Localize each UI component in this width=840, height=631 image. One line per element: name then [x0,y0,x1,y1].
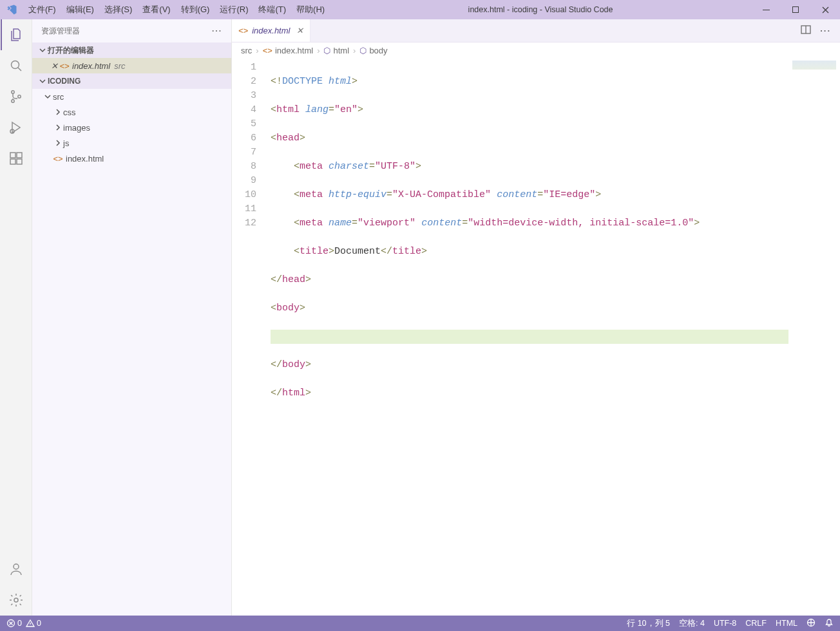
activity-settings-icon[interactable] [1,585,32,616]
svg-rect-0 [763,10,770,10]
menu-edit[interactable]: 编辑(E) [61,0,99,19]
menu-run[interactable]: 运行(R) [215,0,253,19]
svg-rect-7 [10,153,15,158]
crumb-body[interactable]: ⬡body [359,46,387,55]
sidebar-more-icon[interactable]: ··· [212,26,222,35]
editor-more-icon[interactable]: ··· [820,26,831,35]
svg-point-2 [11,61,19,69]
open-editors-label: 打开的编辑器 [48,45,94,56]
html-file-icon: <> [59,61,70,71]
activity-account-icon[interactable] [1,554,32,585]
chevron-right-icon [53,139,63,147]
svg-point-4 [11,100,14,102]
editor-area: <> index.html ✕ ··· src › <>index.html ›… [232,19,840,616]
chevron-right-icon [53,124,63,131]
svg-point-12 [14,598,18,602]
status-eol[interactable]: CRLF [745,619,767,628]
tab-label: index.html [252,26,290,35]
breadcrumbs[interactable]: src › <>index.html › ⬡html › ⬡body [232,42,840,58]
crumb-html[interactable]: ⬡html [323,46,349,55]
sidebar-title: 资源管理器 [41,26,80,37]
crumb-file[interactable]: <>index.html [263,46,313,55]
html-file-icon: <> [263,46,272,55]
line-number-gutter: 123456789101112 [232,58,271,616]
workspace-label: ICODING [48,77,81,86]
svg-rect-10 [17,153,22,158]
window-close-button[interactable] [810,0,840,19]
chevron-down-icon [37,46,48,54]
explorer-sidebar: 资源管理器 ··· 打开的编辑器 ✕ <> index.html src ICO… [32,19,232,616]
status-feedback-icon[interactable] [807,618,816,629]
menu-goto[interactable]: 转到(G) [176,0,215,19]
tab-index-html[interactable]: <> index.html ✕ [232,19,310,42]
activity-search-icon[interactable] [1,50,32,81]
menu-terminal[interactable]: 终端(T) [253,0,291,19]
status-line-col[interactable]: 行 10，列 5 [627,618,670,629]
status-bell-icon[interactable] [825,618,834,629]
split-editor-icon[interactable] [801,24,811,37]
tree-folder-images[interactable]: images [32,120,231,135]
open-editor-file[interactable]: ✕ <> index.html src [32,58,231,73]
svg-rect-8 [10,159,15,164]
tree-folder-src[interactable]: src [32,89,231,104]
tree-folder-css[interactable]: css [32,104,231,120]
status-warnings[interactable]: 0 [26,619,41,628]
status-errors[interactable]: 0 [6,619,22,628]
tabs-bar: <> index.html ✕ ··· [232,19,840,42]
window-minimize-button[interactable] [751,0,781,19]
close-editor-icon[interactable]: ✕ [49,61,59,71]
workspace-section[interactable]: ICODING [32,73,231,89]
folder-label: js [63,138,69,148]
open-file-path: src [114,61,125,71]
activity-explorer-icon[interactable] [1,19,32,50]
html-file-icon: <> [238,26,248,35]
chevron-down-icon [37,77,48,85]
activity-source-control-icon[interactable] [1,81,32,112]
svg-rect-1 [792,6,798,12]
status-bar: 0 0 行 10，列 5 空格: 4 UTF-8 CRLF HTML [0,616,840,631]
crumb-folder[interactable]: src [241,46,252,55]
menu-bar: 文件(F) 编辑(E) 选择(S) 查看(V) 转到(G) 运行(R) 终端(T… [23,0,330,19]
html-file-icon: <> [53,154,63,164]
code-editor[interactable]: <!DOCTYPE html> <html lang="en"> <head> … [271,58,788,616]
svg-rect-9 [17,159,22,164]
status-encoding[interactable]: UTF-8 [714,619,736,628]
open-editors-section[interactable]: 打开的编辑器 [32,42,231,58]
window-title: index.html - icoding - Visual Studio Cod… [330,5,751,14]
tree-file-index[interactable]: <> index.html [32,151,231,166]
title-bar: 文件(F) 编辑(E) 选择(S) 查看(V) 转到(G) 运行(R) 终端(T… [0,0,840,19]
close-tab-icon[interactable]: ✕ [296,26,303,35]
menu-help[interactable]: 帮助(H) [291,0,330,19]
vscode-logo-icon [0,4,23,15]
file-label: index.html [66,154,104,164]
activity-run-debug-icon[interactable] [1,112,32,143]
tree-folder-js[interactable]: js [32,135,231,151]
chevron-right-icon [53,108,63,116]
svg-point-5 [17,95,20,98]
activity-bar [0,19,32,616]
chevron-down-icon [43,93,53,100]
svg-point-11 [14,564,19,569]
folder-label: images [63,123,90,133]
activity-extensions-icon[interactable] [1,143,32,174]
folder-label: src [53,92,64,102]
symbol-icon: ⬡ [323,46,330,55]
status-language[interactable]: HTML [776,619,797,628]
menu-file[interactable]: 文件(F) [23,0,61,19]
menu-view[interactable]: 查看(V) [137,0,175,19]
minimap[interactable] [788,58,840,616]
window-maximize-button[interactable] [781,0,810,19]
svg-point-3 [11,91,14,93]
menu-selection[interactable]: 选择(S) [99,0,137,19]
symbol-icon: ⬡ [359,46,367,55]
status-indent[interactable]: 空格: 4 [679,618,705,629]
open-file-name: index.html [72,61,110,71]
folder-label: css [63,108,76,117]
